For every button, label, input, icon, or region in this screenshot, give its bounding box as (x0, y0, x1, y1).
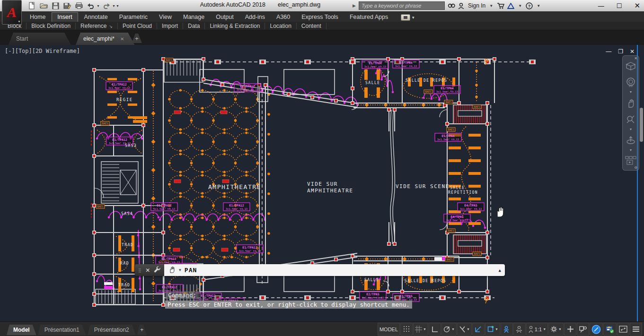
status-toggles: MODEL ▼ ▼ ▼ ▼ 1:1▼ ▼ (378, 323, 642, 336)
file-tab-start[interactable]: Start (9, 33, 71, 45)
polar-tracking-toggle[interactable]: ▼ (441, 323, 457, 336)
ribbon-panel-reference[interactable]: Reference↘ (76, 23, 118, 29)
new-layout-button[interactable]: + (137, 325, 147, 335)
ribbon-panel-location[interactable]: Location (265, 23, 296, 29)
command-bar-grip[interactable]: ⣿ ✕ (135, 264, 164, 276)
command-drag-handle-icon[interactable]: ⣿ (138, 268, 142, 273)
close-button[interactable]: ✕ (634, 1, 640, 10)
maximize-button[interactable]: ☐ (617, 2, 622, 9)
panel-launcher-icon[interactable]: ↘ (109, 24, 113, 29)
open-file-icon[interactable] (38, 1, 49, 10)
doc-close-button[interactable]: ✕ (630, 48, 635, 55)
isolate-objects-icon[interactable] (577, 323, 589, 336)
search-icon[interactable] (448, 3, 455, 9)
redo-icon[interactable] (101, 1, 112, 10)
annotation-visibility-toggle[interactable] (501, 323, 513, 336)
undo-dropdown-icon[interactable]: ▼ (97, 4, 100, 8)
search-collapse-icon[interactable]: ▶ (353, 3, 356, 8)
ribbon-display-toggle[interactable]: ▼ (401, 14, 416, 21)
new-file-icon[interactable] (26, 1, 37, 10)
undo-icon[interactable] (86, 1, 96, 10)
ribbon-tab-manage[interactable]: Manage (178, 13, 210, 22)
ribbon-tab-featured-apps[interactable]: Featured Apps (344, 13, 393, 22)
ribbon-panel-linking-extraction[interactable]: Linking & Extraction (205, 23, 265, 29)
object-snap-tracking-toggle[interactable] (472, 323, 485, 336)
application-menu-button[interactable]: A ▼ (2, 0, 22, 25)
redo-dropdown-icon[interactable]: ▼ (112, 4, 115, 8)
doc-minimize-button[interactable]: — (606, 48, 611, 55)
ribbon-tab-parametric[interactable]: Parametric (114, 13, 153, 22)
help-dropdown-icon[interactable]: ▼ (537, 4, 540, 8)
steering-wheel-dropdown-icon[interactable]: ▼ (629, 90, 633, 94)
ribbon-tab-annotate[interactable]: Annotate (79, 13, 113, 22)
qat-customize-icon[interactable]: ▼ (116, 4, 119, 8)
layout-tab-pr-sentation2[interactable]: Présentation2 (88, 325, 136, 335)
navbar-collapse-icon[interactable]: ⊖ (634, 165, 637, 170)
command-close-icon[interactable]: ✕ (145, 267, 150, 274)
doc-restore-button[interactable]: ❐ (618, 48, 623, 55)
vertical-scrollbar[interactable] (640, 108, 643, 142)
command-line-bar[interactable]: ⣿ ✕ ▼ PAN ▲ (135, 264, 505, 276)
model-space-toggle[interactable]: MODEL (378, 323, 400, 336)
orbit-icon[interactable] (626, 135, 636, 147)
a360-icon[interactable] (507, 3, 514, 9)
hardware-acceleration-icon[interactable] (603, 323, 617, 336)
graphics-performance-icon[interactable] (590, 323, 603, 336)
orbit-dropdown-icon[interactable]: ▼ (629, 148, 633, 152)
ribbon-panel-block-definition[interactable]: Block Definition (26, 23, 76, 29)
help-icon[interactable]: ? (526, 2, 533, 9)
isometric-drafting-toggle[interactable]: ▼ (457, 323, 472, 336)
title-bar: ▼ ▼ ▼ Autodesk AutoCAD 2018elec_amphi.dw… (0, 0, 644, 12)
sign-in-button[interactable]: Sign In (468, 2, 485, 9)
viewcube-icon[interactable] (626, 61, 636, 73)
command-history-toggle-icon[interactable]: ▲ (499, 268, 501, 273)
steering-wheel-icon[interactable]: 2D (626, 77, 636, 89)
plot-icon[interactable] (74, 1, 84, 10)
user-icon (458, 3, 464, 9)
annotation-autoscale-toggle[interactable] (513, 323, 526, 336)
ribbon-panel-content[interactable]: Content (297, 23, 326, 29)
sign-in-dropdown-icon[interactable]: ▼ (489, 4, 493, 8)
ribbon-tab-express-tools[interactable]: Express Tools (296, 13, 344, 22)
layout-tab-pr-sentation1[interactable]: Présentation1 (38, 325, 86, 335)
ribbon-panel-data[interactable]: Data (183, 23, 205, 29)
ortho-mode-toggle[interactable] (429, 323, 441, 336)
grid-display-toggle[interactable]: ▼ (413, 323, 428, 336)
save-as-icon[interactable] (62, 1, 72, 10)
a360-dropdown-icon[interactable]: ▼ (518, 4, 522, 8)
ribbon-tab-home[interactable]: Home (25, 13, 51, 22)
zoom-icon[interactable] (626, 114, 636, 127)
status-bar: ModelPrésentation1Présentation2+ MODEL ▼… (0, 321, 644, 336)
clean-screen-icon[interactable] (617, 323, 629, 336)
command-customize-wrench-icon[interactable] (154, 266, 161, 275)
annotation-scale-icon[interactable]: 1:1▼ (526, 323, 548, 336)
customization-menu-icon[interactable] (630, 323, 642, 336)
ribbon-tab-a360[interactable]: A360 (271, 13, 295, 22)
object-snap-toggle[interactable]: ▼ (485, 323, 500, 336)
viewport-controls[interactable]: [-][Top][2D Wireframe] (5, 48, 80, 54)
plus-tray-icon[interactable] (564, 323, 576, 336)
app-store-cart-icon[interactable] (497, 2, 504, 9)
ribbon-tab-output[interactable]: Output (211, 13, 239, 22)
new-drawing-tab-button[interactable]: + (132, 34, 142, 43)
file-tab-elec-amphi-[interactable]: elec_amphi*✕ (76, 33, 134, 45)
command-options-caret-icon[interactable]: ▼ (179, 268, 181, 272)
save-icon[interactable] (50, 1, 61, 10)
drawing-canvas[interactable]: [-][Top][2D Wireframe] — ❐ ✕ ✕ 2D ▼ ▼ ▼ … (0, 45, 644, 321)
file-tab-close-icon[interactable]: ✕ (120, 36, 124, 42)
command-input[interactable]: ▼ PAN ▲ (164, 264, 505, 276)
ribbon-panel-import[interactable]: Import (157, 23, 183, 29)
ribbon-panel-point-cloud[interactable]: Point Cloud (118, 23, 157, 29)
layout-tab-model[interactable]: Model (7, 325, 36, 335)
snap-mode-toggle[interactable] (400, 323, 413, 336)
ribbon-tab-add-ins[interactable]: Add-ins (240, 13, 270, 22)
minimize-button[interactable]: — (598, 2, 604, 9)
ribbon-tab-insert[interactable]: Insert (52, 12, 78, 22)
pan-hand-icon[interactable] (626, 98, 636, 110)
search-input[interactable] (359, 1, 445, 10)
ribbon-tab-view[interactable]: View (154, 13, 177, 22)
zoom-dropdown-icon[interactable]: ▼ (629, 128, 633, 131)
navbar-close-icon[interactable]: ✕ (634, 56, 637, 60)
workspace-switching-gear[interactable]: ▼ (548, 323, 564, 336)
autocad-window: ▼ ▼ ▼ Autodesk AutoCAD 2018elec_amphi.dw… (0, 0, 644, 336)
